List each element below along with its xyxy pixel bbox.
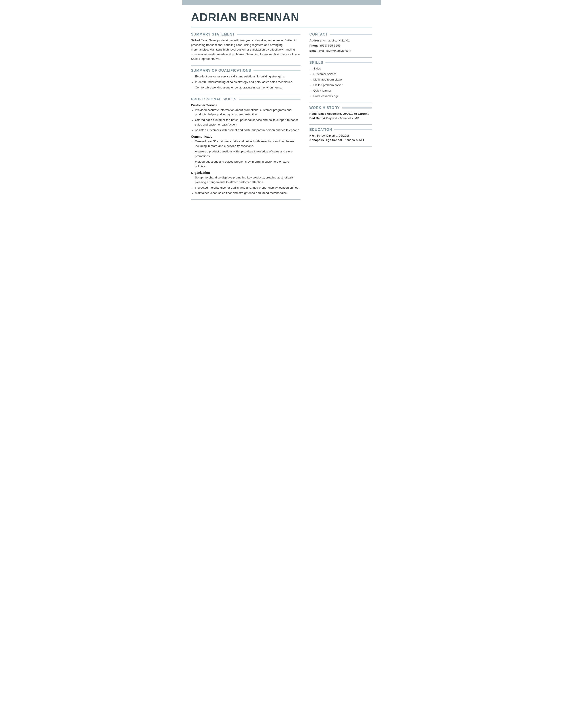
summary-title: SUMMARY STATEMENT	[191, 32, 301, 36]
skills-title: SKILLS	[309, 61, 372, 65]
list-item: Fielded questions and solved problems by…	[191, 159, 301, 169]
list-item: Greeted over 50 customers daily and help…	[191, 139, 301, 148]
list-item: Quick-learner	[309, 88, 372, 93]
profskills-title: PROFESSIONAL SKILLS	[191, 97, 301, 101]
education-title: EDUCATION	[309, 128, 372, 132]
qualifications-section: SUMMARY OF QUALIFICATIONS Excellent cust…	[191, 69, 301, 90]
contact-title: CONTACT	[309, 32, 372, 36]
address-value: : Annapolis, IN 21401	[321, 39, 350, 42]
profskills-section: PROFESSIONAL SKILLS Customer Service Pro…	[191, 97, 301, 196]
contact-address: Address: Annapolis, IN 21401	[309, 38, 372, 43]
email-label: Email	[309, 49, 317, 52]
address-label: Address	[309, 39, 321, 42]
skills-list: Sales Customer service Motivated team pl…	[309, 66, 372, 99]
work-title: WORK HISTORY	[309, 106, 372, 110]
summary-section: SUMMARY STATEMENT Skilled Retail Sales p…	[191, 32, 301, 61]
communication-label: Communication	[191, 135, 301, 138]
main-content: SUMMARY STATEMENT Skilled Retail Sales p…	[182, 28, 381, 212]
list-item: Offered each customer top-notch, persona…	[191, 118, 301, 127]
list-item: Setup merchandise displays promoting key…	[191, 175, 301, 185]
communication-subsection: Communication Greeted over 50 customers …	[191, 135, 301, 169]
customer-service-subsection: Customer Service Provided accurate infor…	[191, 103, 301, 133]
edu-degree: High School Diploma, 06/2018	[309, 133, 372, 138]
education-section: EDUCATION High School Diploma, 06/2018 A…	[309, 128, 372, 143]
work-job-title: Retail Sales Associate, 09/2018 to Curre…	[309, 112, 372, 116]
customer-service-list: Provided accurate information about prom…	[191, 108, 301, 133]
contact-email: Email: example@example.com	[309, 48, 372, 53]
phone-value: : (555) 555-5555	[319, 44, 341, 47]
email-value: : example@example.com	[317, 49, 351, 52]
header-area: ADRIAN BRENNAN	[182, 5, 381, 26]
contact-phone: Phone: (555) 555-5555	[309, 43, 372, 48]
communication-list: Greeted over 50 customers daily and help…	[191, 139, 301, 169]
right-column: CONTACT Address: Annapolis, IN 21401 Pho…	[309, 28, 372, 203]
list-item: Assisted customers with prompt and polit…	[191, 128, 301, 133]
phone-label: Phone	[309, 44, 319, 47]
top-bar	[182, 0, 381, 5]
summary-text: Skilled Retail Sales professional with t…	[191, 38, 301, 61]
work-divider	[309, 124, 372, 125]
organization-label: Organization	[191, 171, 301, 174]
customer-service-label: Customer Service	[191, 103, 301, 107]
list-item: Comfortable working alone or collaborati…	[191, 85, 301, 90]
education-divider	[309, 146, 372, 147]
work-company-name: Bed Bath & Beyond	[309, 116, 337, 120]
list-item: Answered product questions with up-to-da…	[191, 149, 301, 159]
edu-location: - Annapolis, MD	[342, 138, 364, 142]
edu-school-name: Annapolis High School	[309, 138, 342, 142]
list-item: Provided accurate information about prom…	[191, 108, 301, 117]
list-item: Excellent customer service skills and re…	[191, 74, 301, 79]
list-item: Sales	[309, 66, 372, 71]
work-company: Bed Bath & Beyond - Annapolis, MD	[309, 116, 372, 120]
list-item: Inspected merchandise for quality and ar…	[191, 186, 301, 190]
name-title: ADRIAN BRENNAN	[191, 11, 372, 24]
profskills-divider	[191, 199, 301, 200]
list-item: Maintained clean sales floor and straigh…	[191, 191, 301, 195]
organization-list: Setup merchandise displays promoting key…	[191, 175, 301, 196]
contact-section: CONTACT Address: Annapolis, IN 21401 Pho…	[309, 32, 372, 53]
organization-subsection: Organization Setup merchandise displays …	[191, 171, 301, 196]
summary-divider	[191, 65, 301, 66]
contact-divider	[309, 57, 372, 58]
list-item: Product knowledge	[309, 94, 372, 99]
left-column: SUMMARY STATEMENT Skilled Retail Sales p…	[191, 28, 301, 203]
work-location: - Annapolis, MD	[337, 116, 359, 120]
edu-school: Annapolis High School - Annapolis, MD	[309, 138, 372, 142]
qualifications-title: SUMMARY OF QUALIFICATIONS	[191, 69, 301, 73]
qualifications-divider	[191, 94, 301, 94]
list-item: Customer service	[309, 72, 372, 77]
list-item: In-depth understanding of sales strategy…	[191, 80, 301, 84]
skills-section: SKILLS Sales Customer service Motivated …	[309, 61, 372, 99]
qualifications-list: Excellent customer service skills and re…	[191, 74, 301, 90]
work-section: WORK HISTORY Retail Sales Associate, 09/…	[309, 106, 372, 121]
list-item: Skilled problem solver	[309, 83, 372, 88]
list-item: Motivated team player	[309, 77, 372, 82]
